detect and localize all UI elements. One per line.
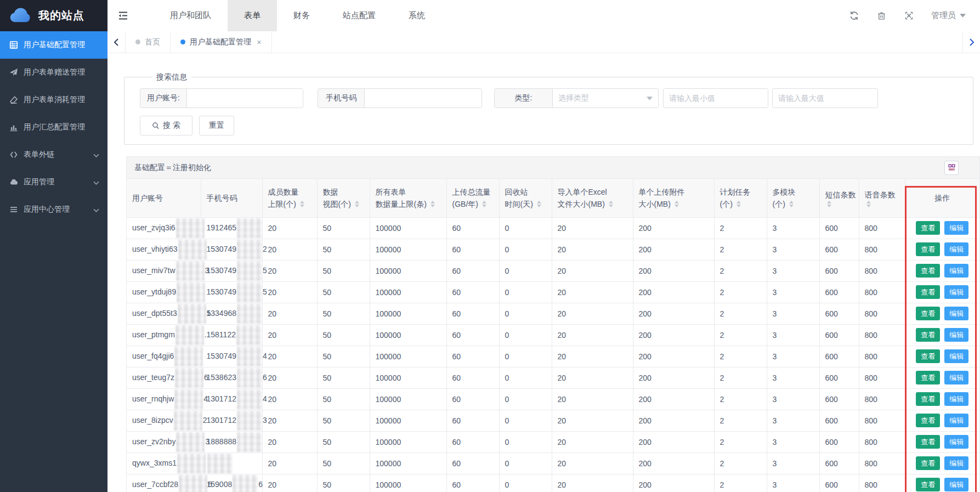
value-cell: 800 bbox=[859, 324, 905, 346]
sidebar-item-6[interactable]: 应用管理 bbox=[0, 168, 107, 196]
edit-button[interactable]: 编辑 bbox=[944, 221, 968, 235]
tab-2[interactable]: 用户基础配置管理× bbox=[171, 31, 272, 53]
search-button[interactable]: 搜 索 bbox=[140, 116, 192, 135]
sort-icon[interactable] bbox=[827, 201, 831, 207]
edit-button[interactable]: 编辑 bbox=[944, 264, 968, 278]
column-settings-icon[interactable] bbox=[944, 161, 959, 175]
phone-label: 手机号码 bbox=[318, 89, 365, 108]
view-button[interactable]: 查看 bbox=[916, 349, 940, 364]
type-select[interactable]: 选择类型 bbox=[553, 89, 658, 108]
collapse-sidebar-icon[interactable] bbox=[107, 0, 138, 31]
sort-icon[interactable] bbox=[789, 201, 794, 207]
reset-button[interactable]: 重置 bbox=[199, 116, 234, 135]
censored-text bbox=[177, 282, 205, 302]
column-header-3[interactable]: 成员数量上限(个) bbox=[262, 179, 317, 217]
refresh-icon[interactable] bbox=[849, 10, 860, 21]
sort-icon[interactable] bbox=[737, 201, 741, 207]
edit-button[interactable]: 编辑 bbox=[944, 414, 968, 428]
view-button[interactable]: 查看 bbox=[916, 371, 940, 385]
phone-cell: 13017124 bbox=[201, 388, 262, 410]
sort-icon[interactable] bbox=[430, 201, 435, 207]
edit-button[interactable]: 编辑 bbox=[944, 307, 968, 321]
value-cell: 800 bbox=[859, 431, 905, 453]
sidebar-item-5[interactable]: 表单外链 bbox=[0, 141, 107, 168]
column-header-13[interactable]: 语音条数 bbox=[859, 179, 905, 217]
sidebar-item-2[interactable]: 用户表单赠送管理 bbox=[0, 59, 107, 86]
column-header-5[interactable]: 所有表单数据量上限(条) bbox=[370, 179, 446, 217]
edit-button[interactable]: 编辑 bbox=[944, 285, 968, 299]
column-header-12[interactable]: 短信条数 bbox=[819, 179, 859, 217]
topbar: 用户和团队表单财务站点配置系统 管理 bbox=[107, 0, 980, 31]
table-row: user_fq4gji61530749420501000006002020023… bbox=[127, 346, 979, 367]
column-header-4[interactable]: 数据视图(个) bbox=[317, 179, 370, 217]
view-button[interactable]: 查看 bbox=[916, 435, 940, 449]
value-cell: 800 bbox=[859, 388, 905, 410]
view-button[interactable]: 查看 bbox=[916, 456, 940, 471]
table-row: user_ptmgm..1581122205010000060020200236… bbox=[127, 324, 979, 346]
sort-icon[interactable] bbox=[482, 201, 486, 207]
value-cell: 100000 bbox=[370, 410, 446, 431]
value-cell: 20 bbox=[552, 453, 633, 474]
sidebar-item-7[interactable]: 应用中心管理 bbox=[0, 196, 107, 223]
view-button[interactable]: 查看 bbox=[916, 285, 940, 299]
value-cell: 2 bbox=[714, 453, 767, 474]
chevron-right-icon[interactable] bbox=[962, 31, 980, 53]
column-header-11[interactable]: 多模块(个) bbox=[767, 179, 819, 217]
edit-button[interactable]: 编辑 bbox=[944, 349, 968, 364]
admin-menu[interactable]: 管理员 bbox=[931, 10, 966, 21]
column-header-6[interactable]: 上传总流量(GB/年) bbox=[446, 179, 499, 217]
edit-button[interactable]: 编辑 bbox=[944, 478, 968, 492]
sort-icon[interactable] bbox=[866, 201, 871, 207]
edit-button[interactable]: 编辑 bbox=[944, 371, 968, 385]
sidebar-item-3[interactable]: 用户表单消耗管理 bbox=[0, 86, 107, 114]
top-menu-item-4[interactable]: 站点配置 bbox=[326, 0, 392, 31]
account-input[interactable] bbox=[187, 89, 303, 108]
account-cell: user_ytduj89 bbox=[127, 281, 201, 303]
view-button[interactable]: 查看 bbox=[916, 221, 940, 235]
min-value-input[interactable] bbox=[664, 89, 768, 108]
column-header-9[interactable]: 单个上传附件大小(MB) bbox=[633, 179, 714, 217]
top-menu-item-3[interactable]: 财务 bbox=[277, 0, 326, 31]
account-cell: user_miv7tw3 bbox=[127, 260, 201, 281]
sidebar-item-1[interactable]: 用户基础配置管理 bbox=[0, 31, 107, 59]
value-cell: 100000 bbox=[370, 217, 446, 239]
view-button[interactable]: 查看 bbox=[916, 328, 940, 342]
max-value-input[interactable] bbox=[773, 89, 877, 108]
edit-button[interactable]: 编辑 bbox=[944, 328, 968, 342]
action-cell: 查看编辑 bbox=[905, 474, 979, 492]
column-header-8[interactable]: 导入单个Excel文件大小(MB) bbox=[552, 179, 633, 217]
column-header-1: 用户账号 bbox=[127, 179, 201, 217]
view-button[interactable]: 查看 bbox=[916, 414, 940, 428]
value-cell: 20 bbox=[552, 303, 633, 324]
sort-icon[interactable] bbox=[300, 201, 304, 207]
value-cell: 3 bbox=[767, 388, 819, 410]
phone-input[interactable] bbox=[365, 89, 481, 108]
sort-icon[interactable] bbox=[537, 201, 541, 207]
sort-icon[interactable] bbox=[355, 201, 359, 207]
fullscreen-icon[interactable] bbox=[904, 10, 915, 21]
edit-button[interactable]: 编辑 bbox=[944, 392, 968, 406]
close-icon[interactable]: × bbox=[257, 38, 262, 46]
tab-label: 首页 bbox=[145, 37, 160, 47]
chevron-left-icon[interactable] bbox=[107, 31, 125, 53]
view-button[interactable]: 查看 bbox=[916, 392, 940, 406]
tab-1[interactable]: 首页 bbox=[126, 31, 171, 53]
column-header-10[interactable]: 计划任务(个) bbox=[714, 179, 767, 217]
table-row: user_8izpcv21301712320501000006002020023… bbox=[127, 410, 979, 431]
top-menu-item-2[interactable]: 表单 bbox=[228, 0, 277, 31]
edit-button[interactable]: 编辑 bbox=[944, 456, 968, 471]
sidebar-item-4[interactable]: 用户汇总配置管理 bbox=[0, 114, 107, 141]
value-cell: 2 bbox=[714, 217, 767, 239]
edit-button[interactable]: 编辑 bbox=[944, 242, 968, 257]
view-button[interactable]: 查看 bbox=[916, 307, 940, 321]
top-menu-item-5[interactable]: 系统 bbox=[392, 0, 441, 31]
trash-icon[interactable] bbox=[876, 10, 887, 21]
view-button[interactable]: 查看 bbox=[916, 478, 940, 492]
edit-button[interactable]: 编辑 bbox=[944, 435, 968, 449]
view-button[interactable]: 查看 bbox=[916, 242, 940, 257]
view-button[interactable]: 查看 bbox=[916, 264, 940, 278]
sort-icon[interactable] bbox=[675, 201, 679, 207]
top-menu-item-1[interactable]: 用户和团队 bbox=[154, 0, 228, 31]
sort-icon[interactable] bbox=[609, 201, 613, 207]
column-header-7[interactable]: 回收站时间(天) bbox=[499, 179, 552, 217]
